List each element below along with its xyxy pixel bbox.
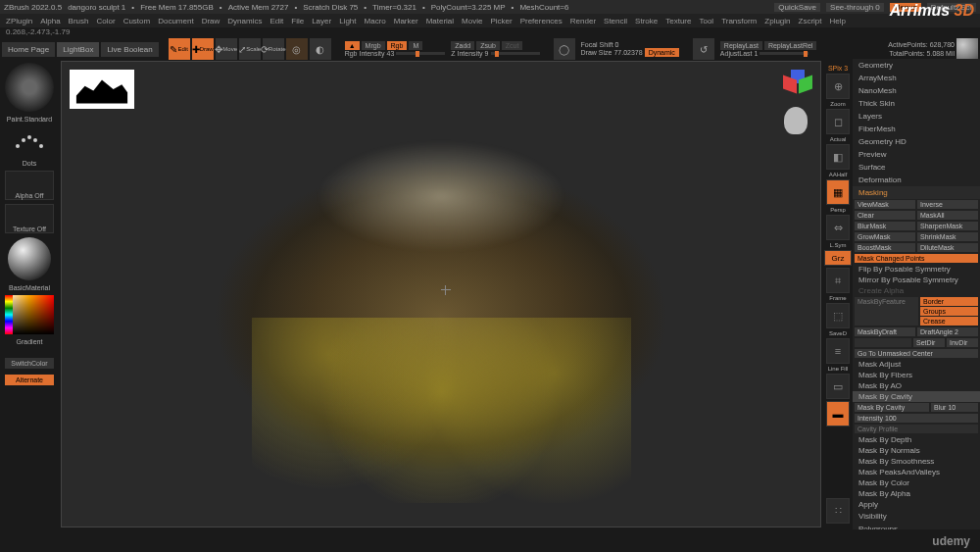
- spix-readout[interactable]: SPix 3: [828, 65, 848, 72]
- replaylastrel-button[interactable]: ReplayLastRel: [764, 41, 817, 50]
- mask-by-smoothness[interactable]: Mask By Smoothness: [853, 456, 980, 467]
- zoom-button[interactable]: ⊕: [826, 74, 850, 99]
- brush-preview[interactable]: [5, 63, 54, 112]
- section-preview[interactable]: Preview: [853, 148, 980, 161]
- menu-item[interactable]: Render: [570, 17, 596, 25]
- mirror-posable-button[interactable]: Mirror By Posable Symmetry: [853, 275, 980, 285]
- crease-button[interactable]: Crease: [920, 317, 978, 326]
- mask-peaks-valleys[interactable]: Mask PeaksAndValleys: [853, 467, 980, 477]
- menu-item[interactable]: Transform: [721, 17, 757, 25]
- replaylast-button[interactable]: ReplayLast: [720, 41, 762, 50]
- draw-mode-button[interactable]: ✚Draw: [192, 38, 214, 60]
- seethrough-toggle[interactable]: See-through 0: [826, 3, 884, 12]
- menu-item[interactable]: Edit: [270, 17, 283, 25]
- section-polygroups[interactable]: Polygroups: [853, 523, 980, 529]
- inverse-button[interactable]: Inverse: [917, 200, 978, 209]
- hue-strip[interactable]: [5, 295, 13, 334]
- menu-item[interactable]: Stencil: [604, 17, 627, 25]
- flip-posable-button[interactable]: Flip By Posable Symmetry: [853, 264, 980, 275]
- mrgb-toggle[interactable]: ▲: [345, 41, 360, 50]
- rotate-mode-button[interactable]: ⟳Rotate: [263, 38, 284, 60]
- actual-button[interactable]: ◻: [826, 109, 850, 134]
- menu-item[interactable]: ZPlugin: [6, 17, 32, 25]
- linefill-button[interactable]: ≡: [826, 338, 850, 364]
- dilutemask-button[interactable]: DiluteMask: [917, 243, 978, 252]
- menu-item[interactable]: Marker: [394, 17, 418, 25]
- section-masking[interactable]: Masking: [853, 186, 980, 199]
- menu-item[interactable]: Color: [97, 17, 116, 25]
- adjustlast-slider[interactable]: [760, 52, 808, 55]
- menu-item[interactable]: Help: [830, 17, 846, 25]
- section-geometry[interactable]: Geometry: [853, 59, 980, 72]
- switchcolor-button[interactable]: SwitchColor: [5, 358, 54, 369]
- blur-field[interactable]: Blur 10: [931, 403, 978, 412]
- maskbydraft-button[interactable]: MaskByDraft: [855, 327, 915, 336]
- gradient-label[interactable]: Gradient: [4, 338, 55, 345]
- menu-item[interactable]: Dynamics: [227, 17, 262, 25]
- menu-item[interactable]: Draw: [202, 17, 220, 25]
- viewmask-button[interactable]: ViewMask: [855, 200, 915, 209]
- section-fibermesh[interactable]: FiberMesh: [853, 123, 980, 135]
- m-button[interactable]: M: [409, 41, 422, 50]
- mask-by-color[interactable]: Mask By Color: [853, 477, 980, 488]
- mask-by-cavity-header[interactable]: Mask By Cavity: [853, 391, 980, 402]
- menu-item[interactable]: Stroke: [635, 17, 658, 25]
- zadd-button[interactable]: Zadd: [451, 41, 474, 50]
- edit-mode-button[interactable]: ✎Edit: [169, 38, 190, 60]
- menu-item[interactable]: Material: [426, 17, 454, 25]
- draftangle-field[interactable]: DraftAngle 2: [917, 327, 978, 336]
- rgb-button[interactable]: Rgb: [387, 41, 408, 50]
- mask-adjust-button[interactable]: Mask Adjust: [853, 359, 980, 370]
- tool-extra-1[interactable]: ▭: [826, 374, 850, 399]
- menu-item[interactable]: Brush: [69, 17, 89, 25]
- persp-button[interactable]: ▦: [826, 179, 850, 205]
- maskall-button[interactable]: MaskAll: [917, 211, 978, 220]
- go-unmasked-button[interactable]: Go To Unmasked Center: [855, 349, 978, 358]
- mrgb-button[interactable]: Mrgb: [362, 41, 385, 50]
- viewport-canvas[interactable]: [61, 61, 821, 527]
- section-arraymesh[interactable]: ArrayMesh: [853, 72, 980, 84]
- apply-button[interactable]: Apply: [853, 499, 980, 510]
- saved-button[interactable]: ⬚: [826, 303, 850, 328]
- invdir-button[interactable]: InvDir: [947, 338, 978, 347]
- cavity-profile-button[interactable]: Cavity Profile: [855, 425, 978, 433]
- axis-gizmo[interactable]: [783, 70, 812, 99]
- setdir-button[interactable]: SetDir: [913, 338, 945, 347]
- aahalf-button[interactable]: ◧: [826, 144, 850, 170]
- menu-item[interactable]: Tool: [699, 17, 713, 25]
- xyz-button[interactable]: Grz: [824, 250, 852, 266]
- zcut-button[interactable]: Zcut: [502, 41, 523, 50]
- move-mode-button[interactable]: ✥Move: [216, 38, 237, 60]
- mask-changed-points-button[interactable]: Mask Changed Points: [855, 254, 978, 263]
- material-sphere-icon[interactable]: [956, 38, 978, 60]
- menu-item[interactable]: Alpha: [40, 17, 60, 25]
- tool-extra-3[interactable]: ∷: [826, 498, 850, 524]
- clear-button[interactable]: Clear: [855, 211, 915, 220]
- intensity-slider[interactable]: Intensity 100: [855, 414, 978, 423]
- blurmask-button[interactable]: BlurMask: [855, 222, 915, 230]
- mask-by-ao[interactable]: Mask By AO: [853, 380, 980, 391]
- section-layers[interactable]: Layers: [853, 110, 980, 123]
- section-geometryhd[interactable]: Geometry HD: [853, 135, 980, 148]
- gizmo-button[interactable]: ◎: [286, 38, 308, 60]
- shrinkmask-button[interactable]: ShrinkMask: [917, 232, 978, 241]
- z-intensity-slider[interactable]: [491, 52, 540, 55]
- frame-button[interactable]: ⌗: [826, 268, 850, 293]
- zsub-button[interactable]: Zsub: [476, 41, 500, 50]
- border-button[interactable]: Border: [920, 297, 978, 306]
- camera-head-icon[interactable]: [779, 105, 812, 144]
- boostmask-button[interactable]: BoostMask: [855, 243, 915, 252]
- texture-slot[interactable]: Texture Off: [5, 204, 54, 233]
- quicksave-button[interactable]: QuickSave: [774, 3, 820, 12]
- scale-mode-button[interactable]: ⤢Scale: [239, 38, 261, 60]
- dynamic-toggle[interactable]: Dynamic: [645, 48, 679, 57]
- menu-item[interactable]: Layer: [312, 17, 331, 25]
- menu-item[interactable]: Macro: [365, 17, 386, 25]
- menu-item[interactable]: Document: [158, 17, 193, 25]
- section-visibility[interactable]: Visibility: [853, 510, 980, 523]
- menu-item[interactable]: Light: [339, 17, 356, 25]
- mask-by-normals[interactable]: Mask By Normals: [853, 445, 980, 456]
- section-surface[interactable]: Surface: [853, 161, 980, 174]
- tab-lightbox[interactable]: LightBox: [57, 42, 99, 57]
- stroke-dots-icon[interactable]: [10, 126, 49, 156]
